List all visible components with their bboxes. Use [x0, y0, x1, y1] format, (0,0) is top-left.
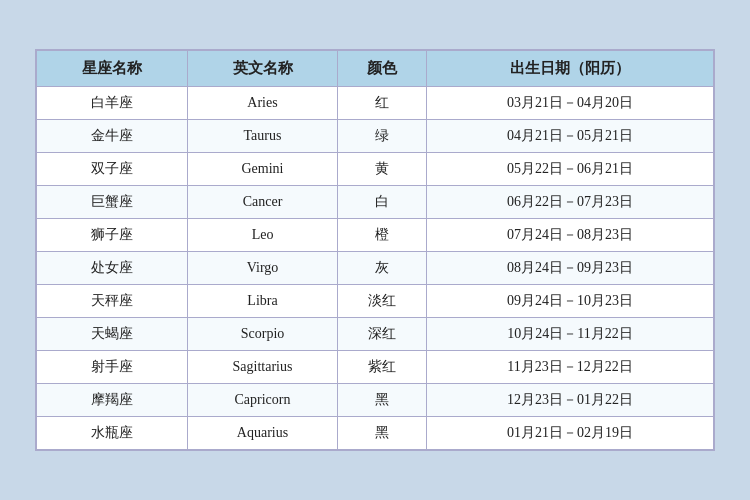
table-body: 白羊座Aries红03月21日－04月20日金牛座Taurus绿04月21日－0…: [37, 87, 714, 450]
table-cell-10-1: Aquarius: [187, 417, 338, 450]
table-cell-7-3: 10月24日－11月22日: [427, 318, 714, 351]
table-cell-3-1: Cancer: [187, 186, 338, 219]
table-row: 射手座Sagittarius紫红11月23日－12月22日: [37, 351, 714, 384]
table-cell-2-0: 双子座: [37, 153, 188, 186]
table-cell-0-1: Aries: [187, 87, 338, 120]
table-cell-1-3: 04月21日－05月21日: [427, 120, 714, 153]
table-cell-2-1: Gemini: [187, 153, 338, 186]
table-cell-4-2: 橙: [338, 219, 427, 252]
table-cell-8-2: 紫红: [338, 351, 427, 384]
table-cell-4-1: Leo: [187, 219, 338, 252]
table-cell-6-2: 淡红: [338, 285, 427, 318]
table-row: 摩羯座Capricorn黑12月23日－01月22日: [37, 384, 714, 417]
table-cell-7-1: Scorpio: [187, 318, 338, 351]
table-cell-9-0: 摩羯座: [37, 384, 188, 417]
table-cell-8-3: 11月23日－12月22日: [427, 351, 714, 384]
table-cell-2-3: 05月22日－06月21日: [427, 153, 714, 186]
column-header-2: 颜色: [338, 51, 427, 87]
table-cell-1-2: 绿: [338, 120, 427, 153]
table-cell-5-0: 处女座: [37, 252, 188, 285]
table-cell-8-0: 射手座: [37, 351, 188, 384]
table-cell-9-2: 黑: [338, 384, 427, 417]
table-cell-10-2: 黑: [338, 417, 427, 450]
table-cell-3-0: 巨蟹座: [37, 186, 188, 219]
table-cell-8-1: Sagittarius: [187, 351, 338, 384]
table-row: 狮子座Leo橙07月24日－08月23日: [37, 219, 714, 252]
table-cell-7-0: 天蝎座: [37, 318, 188, 351]
table-row: 金牛座Taurus绿04月21日－05月21日: [37, 120, 714, 153]
table-cell-9-1: Capricorn: [187, 384, 338, 417]
table-cell-9-3: 12月23日－01月22日: [427, 384, 714, 417]
table-cell-0-3: 03月21日－04月20日: [427, 87, 714, 120]
table-row: 水瓶座Aquarius黑01月21日－02月19日: [37, 417, 714, 450]
table-cell-5-1: Virgo: [187, 252, 338, 285]
table-cell-10-0: 水瓶座: [37, 417, 188, 450]
table-cell-4-3: 07月24日－08月23日: [427, 219, 714, 252]
table-cell-5-2: 灰: [338, 252, 427, 285]
table-row: 白羊座Aries红03月21日－04月20日: [37, 87, 714, 120]
table-cell-5-3: 08月24日－09月23日: [427, 252, 714, 285]
table-row: 天秤座Libra淡红09月24日－10月23日: [37, 285, 714, 318]
table-cell-2-2: 黄: [338, 153, 427, 186]
table-cell-0-2: 红: [338, 87, 427, 120]
table-cell-6-1: Libra: [187, 285, 338, 318]
table-cell-6-0: 天秤座: [37, 285, 188, 318]
table-cell-1-0: 金牛座: [37, 120, 188, 153]
table-cell-3-2: 白: [338, 186, 427, 219]
column-header-0: 星座名称: [37, 51, 188, 87]
table-header-row: 星座名称英文名称颜色出生日期（阳历）: [37, 51, 714, 87]
table-cell-4-0: 狮子座: [37, 219, 188, 252]
table-cell-0-0: 白羊座: [37, 87, 188, 120]
table-row: 双子座Gemini黄05月22日－06月21日: [37, 153, 714, 186]
table-cell-6-3: 09月24日－10月23日: [427, 285, 714, 318]
zodiac-table-wrapper: 星座名称英文名称颜色出生日期（阳历） 白羊座Aries红03月21日－04月20…: [35, 49, 715, 451]
zodiac-table: 星座名称英文名称颜色出生日期（阳历） 白羊座Aries红03月21日－04月20…: [36, 50, 714, 450]
table-cell-1-1: Taurus: [187, 120, 338, 153]
table-row: 巨蟹座Cancer白06月22日－07月23日: [37, 186, 714, 219]
table-cell-7-2: 深红: [338, 318, 427, 351]
table-row: 处女座Virgo灰08月24日－09月23日: [37, 252, 714, 285]
table-cell-10-3: 01月21日－02月19日: [427, 417, 714, 450]
column-header-3: 出生日期（阳历）: [427, 51, 714, 87]
table-cell-3-3: 06月22日－07月23日: [427, 186, 714, 219]
table-row: 天蝎座Scorpio深红10月24日－11月22日: [37, 318, 714, 351]
column-header-1: 英文名称: [187, 51, 338, 87]
